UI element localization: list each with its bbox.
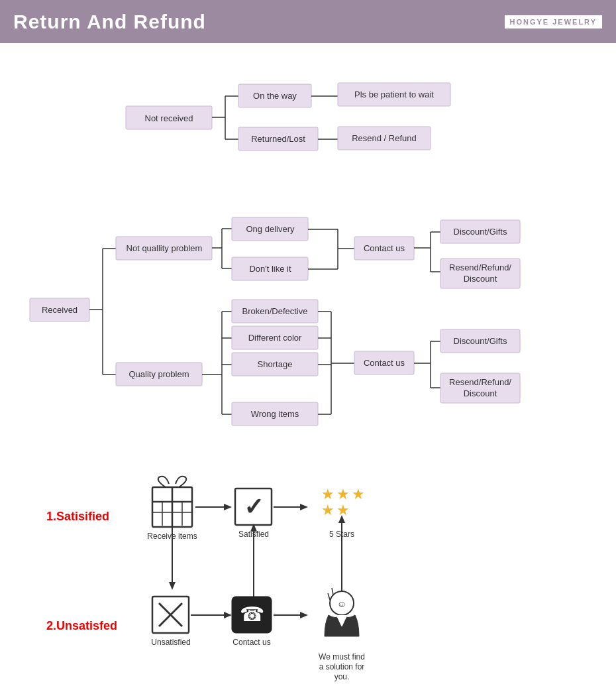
- star3: ★: [352, 486, 365, 502]
- solution-label-line3: you.: [334, 672, 350, 681]
- page-header: Return And Refund HONGYE JEWELRY: [0, 0, 616, 43]
- resend-refund-discount-top-label2: Discount: [464, 274, 497, 284]
- on-the-way-label: On the way: [253, 91, 297, 101]
- resend-refund-discount-top-label: Resend/Refund/: [449, 262, 511, 272]
- bottom-flowchart: Received Not quallity problem Ong delive…: [20, 182, 596, 441]
- svg-marker-82: [300, 612, 308, 618]
- phone-icon: ☎: [240, 603, 264, 625]
- shortage-label: Shortage: [258, 359, 293, 369]
- main-content: Not received On the way Pls be patient t…: [0, 43, 616, 690]
- top-flowchart: Not received On the way Pls be patient t…: [20, 56, 596, 182]
- svg-line-85: [332, 588, 333, 595]
- resend-refund-label: Resend / Refund: [352, 133, 417, 143]
- discount-gifts-bottom-label: Discount/Gifts: [454, 336, 507, 346]
- top-flow-svg: Not received On the way Pls be patient t…: [60, 70, 590, 176]
- face-icon: ☺: [337, 599, 346, 609]
- star1: ★: [321, 486, 334, 502]
- solution-label-line2: a solution for: [319, 662, 365, 671]
- star5: ★: [336, 502, 350, 518]
- resend-refund-discount-bottom-label: Resend/Refund/: [449, 377, 511, 387]
- broken-defective-label: Broken/Defective: [242, 306, 308, 316]
- svg-marker-65: [224, 504, 232, 510]
- quality-problem-label: Quality problem: [128, 369, 189, 379]
- svg-marker-70: [169, 582, 176, 590]
- discount-gifts-label: Discount/Gifts: [454, 227, 507, 237]
- not-quality-label: Not quallity problem: [127, 243, 203, 253]
- svg-marker-79: [224, 612, 232, 618]
- wrong-items-label: Wrong items: [251, 409, 299, 419]
- satisfaction-svg: 1.Satisified 2.Unsatisfed Receive items: [26, 467, 603, 690]
- dont-like-label: Don't like it: [249, 264, 291, 274]
- satisfied-label: 1.Satisified: [46, 510, 109, 523]
- different-color-label: Different color: [248, 333, 302, 343]
- solution-label-line1: We must find: [319, 652, 365, 661]
- unsatisfied-label: 2.Unsatisfed: [46, 619, 117, 632]
- satisfaction-section: 1.Satisified 2.Unsatisfed Receive items: [20, 461, 596, 690]
- bottom-flow-svg: Received Not quallity problem Ong delive…: [26, 196, 603, 434]
- star4: ★: [321, 502, 334, 518]
- ong-delivery-label: Ong delivery: [246, 224, 295, 234]
- contact-us-bottom-label: Contact us: [364, 358, 405, 368]
- patient-wait-label: Pls be patient to wait: [354, 89, 434, 99]
- contact-us-top-label: Contact us: [364, 243, 405, 253]
- star2: ★: [336, 486, 350, 502]
- contact-us-flow-label: Contact us: [232, 638, 270, 647]
- brand-logo: HONGYE JEWELRY: [504, 15, 603, 29]
- received-label: Received: [42, 305, 77, 315]
- svg-line-84: [328, 593, 330, 600]
- not-received-label: Not received: [145, 113, 193, 123]
- unsatisfied-flow-label: Unsatisfied: [151, 638, 190, 647]
- resend-refund-discount-bottom-label2: Discount: [464, 388, 497, 398]
- returned-lost-label: Returned/Lost: [251, 134, 305, 144]
- svg-marker-68: [300, 504, 308, 510]
- page-title: Return And Refund: [13, 11, 206, 33]
- checkmark-icon: ✓: [244, 493, 264, 520]
